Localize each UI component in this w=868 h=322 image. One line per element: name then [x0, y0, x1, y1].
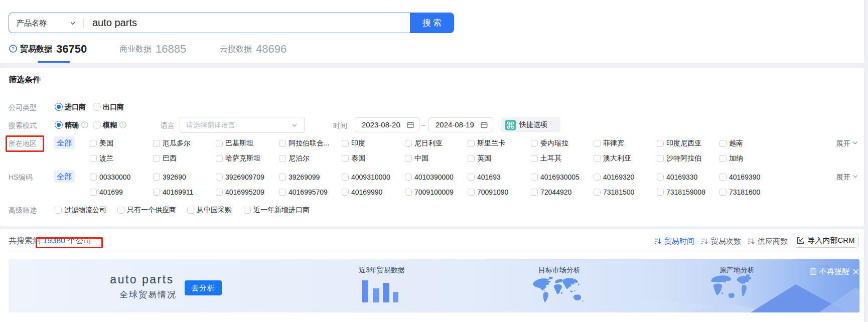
svg-text:?: ? [12, 46, 14, 51]
